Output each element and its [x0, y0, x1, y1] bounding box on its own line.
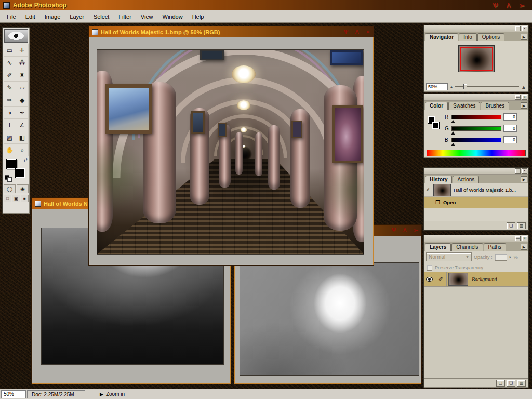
- tab-color[interactable]: Color: [425, 102, 448, 110]
- new-layer-button[interactable]: ❏: [507, 380, 515, 387]
- fullscreen-menubar-button[interactable]: ▣: [12, 195, 20, 202]
- tab-navigator[interactable]: Navigator: [425, 33, 458, 41]
- gradient-tool[interactable]: ▨: [4, 131, 16, 144]
- tab-paths[interactable]: Paths: [484, 243, 507, 251]
- tab-brushes[interactable]: Brushes: [481, 102, 509, 110]
- pencil-tool[interactable]: ✏: [4, 94, 16, 107]
- airbrush-tool[interactable]: ⁂: [16, 57, 29, 69]
- status-zoom-input[interactable]: 50%: [1, 390, 26, 398]
- minimize-button[interactable]: Ѱ: [344, 29, 349, 35]
- measure-tool[interactable]: ∠: [16, 119, 29, 131]
- menu-view[interactable]: View: [136, 12, 158, 21]
- menu-filter[interactable]: Filter: [114, 12, 136, 21]
- palette-close-button[interactable]: ×: [522, 236, 527, 241]
- palette-menu-button[interactable]: ▶: [521, 34, 527, 40]
- new-snapshot-button[interactable]: ❏: [507, 222, 515, 229]
- green-value-input[interactable]: 0: [503, 125, 517, 132]
- red-slider[interactable]: [451, 115, 501, 119]
- trash-button[interactable]: ▥: [517, 222, 526, 229]
- status-doc-size[interactable]: Doc: 2.25M/2.25M: [27, 390, 85, 398]
- hand-tool[interactable]: ✋: [4, 144, 16, 156]
- paint-bucket-tool[interactable]: ◧: [16, 131, 29, 144]
- rubber-stamp-tool[interactable]: ♜: [16, 69, 29, 82]
- zoom-tool[interactable]: ⌕: [16, 144, 29, 156]
- paintbrush-tool[interactable]: ✐: [4, 69, 16, 82]
- layer-row-background[interactable]: ✐ Background: [424, 272, 528, 287]
- history-snapshot-row[interactable]: ✐ Hall of Worlds Majestic 1.b...: [424, 183, 528, 197]
- history-source-cell[interactable]: ✐: [424, 183, 432, 196]
- depth-map-image-right[interactable]: [240, 262, 419, 376]
- close-button[interactable]: ➢: [366, 29, 370, 35]
- navigator-zoom-input[interactable]: 50%: [426, 83, 448, 90]
- palette-titlebar[interactable]: — ×: [424, 25, 528, 32]
- tab-info[interactable]: Info: [459, 33, 477, 41]
- app-titlebar[interactable]: Adobe Photoshop Ѱ Λ ➢: [0, 0, 532, 10]
- history-step-open[interactable]: ❐ Open: [424, 197, 528, 208]
- type-tool[interactable]: T: [4, 119, 16, 131]
- history-brush-tool[interactable]: ✎: [4, 82, 16, 94]
- palette-menu-button[interactable]: ▶: [521, 244, 527, 250]
- background-color-swatch[interactable]: [432, 122, 440, 129]
- close-button[interactable]: ➢: [519, 2, 525, 9]
- default-colors-icon[interactable]: [5, 175, 12, 181]
- minimize-button[interactable]: Ѱ: [493, 2, 498, 9]
- navigator-zoom-slider[interactable]: [455, 84, 519, 90]
- standard-screen-button[interactable]: □: [4, 195, 11, 202]
- navigator-viewbox[interactable]: [460, 47, 493, 71]
- menu-layer[interactable]: Layer: [65, 12, 89, 21]
- background-color-swatch[interactable]: [15, 168, 25, 178]
- menu-window[interactable]: Window: [158, 12, 188, 21]
- lasso-tool[interactable]: ∿: [4, 57, 16, 69]
- fullscreen-button[interactable]: ■: [21, 195, 29, 202]
- palette-titlebar[interactable]: — ×: [424, 94, 528, 101]
- slider-marker[interactable]: [451, 143, 455, 146]
- visibility-toggle[interactable]: [424, 272, 435, 286]
- tab-options[interactable]: Options: [477, 33, 504, 41]
- palette-minimize-button[interactable]: —: [515, 168, 521, 174]
- minimize-button[interactable]: Ѱ: [392, 227, 396, 234]
- color-spectrum-bar[interactable]: [427, 150, 526, 156]
- blue-slider[interactable]: [451, 138, 501, 142]
- maximize-button[interactable]: Λ: [355, 29, 358, 35]
- rectangular-marquee-tool[interactable]: ▭: [4, 44, 16, 57]
- standard-mode-button[interactable]: ◯: [4, 184, 16, 193]
- quick-mask-button[interactable]: ◉: [17, 184, 29, 193]
- slider-marker[interactable]: [451, 120, 455, 123]
- palette-close-button[interactable]: ×: [522, 168, 527, 174]
- move-tool[interactable]: ✛: [16, 44, 29, 57]
- blur-tool[interactable]: ◆: [16, 94, 29, 107]
- dodge-tool[interactable]: ◑: [4, 107, 16, 119]
- tab-swatches[interactable]: Swatches: [448, 102, 480, 110]
- palette-minimize-button[interactable]: —: [515, 95, 521, 100]
- menu-image[interactable]: Image: [40, 12, 65, 21]
- palette-menu-button[interactable]: ▶: [521, 102, 527, 109]
- document-titlebar[interactable]: Hall of Worlds Majestic 1.bmp @ 50% (RGB…: [89, 26, 374, 37]
- slider-thumb[interactable]: [463, 84, 467, 89]
- menu-select[interactable]: Select: [89, 12, 114, 21]
- palette-titlebar[interactable]: — ×: [424, 235, 528, 242]
- opacity-popup-arrow-icon[interactable]: ‣: [509, 255, 512, 260]
- menu-help[interactable]: Help: [188, 12, 209, 21]
- document-window-1[interactable]: Hall of Worlds Majestic 1.bmp @ 50% (RGB…: [88, 26, 374, 266]
- palette-close-button[interactable]: ×: [522, 95, 527, 100]
- trash-button[interactable]: ▥: [517, 380, 526, 387]
- palette-titlebar[interactable]: — ×: [424, 168, 528, 175]
- tab-channels[interactable]: Channels: [451, 243, 483, 251]
- slider-marker[interactable]: [451, 131, 455, 135]
- tab-layers[interactable]: Layers: [425, 243, 451, 251]
- maximize-button[interactable]: Λ: [403, 227, 406, 234]
- close-button[interactable]: ➢: [414, 227, 418, 234]
- preserve-transparency-checkbox[interactable]: [427, 265, 432, 271]
- zoom-out-icon[interactable]: ▲: [450, 85, 453, 88]
- pen-tool[interactable]: ✒: [16, 107, 29, 119]
- green-slider[interactable]: [451, 126, 501, 131]
- eraser-tool[interactable]: ▱: [16, 82, 29, 94]
- tab-actions[interactable]: Actions: [453, 176, 479, 183]
- navigator-thumbnail[interactable]: [458, 45, 495, 72]
- palette-close-button[interactable]: ×: [522, 26, 527, 31]
- red-value-input[interactable]: 0: [503, 113, 517, 121]
- history-source-cell[interactable]: [424, 197, 432, 208]
- palette-minimize-button[interactable]: —: [515, 26, 521, 31]
- blue-value-input[interactable]: 0: [503, 136, 517, 143]
- maximize-button[interactable]: Λ: [506, 2, 511, 9]
